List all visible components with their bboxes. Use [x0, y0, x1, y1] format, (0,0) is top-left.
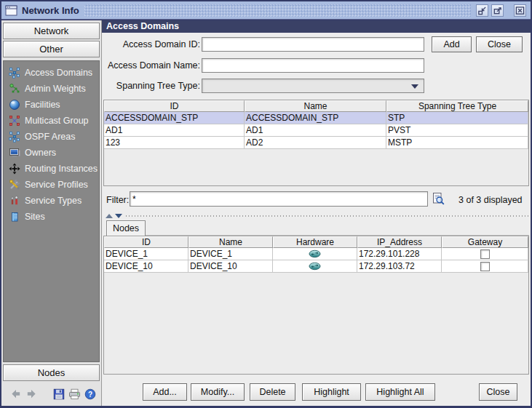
iconify-button[interactable]: [476, 4, 488, 17]
cell-id: AD1: [104, 124, 245, 137]
sidebar-item-access-domains[interactable]: Access Domains: [8, 65, 99, 81]
sidebar-item-owners[interactable]: Owners: [8, 145, 99, 161]
window-icon: [5, 5, 17, 16]
facilities-icon: [8, 99, 20, 111]
sidebar-item-label: OSPF Areas: [25, 132, 75, 142]
modify-button[interactable]: Modify...: [191, 383, 245, 401]
sidebar-item-label: Service Types: [25, 196, 82, 206]
cell-stp: PVST: [386, 124, 528, 137]
sidebar-item-label: Owners: [25, 148, 56, 158]
cell-id: 123: [104, 137, 245, 149]
main-panel: Access Domains Access Domain ID: Add Clo…: [102, 20, 531, 406]
cell-hardware: [273, 260, 357, 273]
column-header-hardware[interactable]: Hardware: [273, 236, 357, 248]
gateway-checkbox[interactable]: [480, 262, 490, 271]
sidebar-item-label: Sites: [25, 212, 45, 222]
split-divider[interactable]: [103, 212, 529, 220]
filter-input[interactable]: [130, 191, 428, 207]
sidebar-item-label: Facilities: [25, 100, 60, 110]
maximize-button[interactable]: [491, 4, 504, 17]
table-row[interactable]: DEVICE_1 DEVICE_1 172.29.101.228: [104, 248, 528, 260]
column-header-id[interactable]: ID: [104, 100, 245, 112]
column-header-gateway[interactable]: Gateway: [442, 236, 528, 248]
save-button[interactable]: [53, 388, 65, 400]
back-button[interactable]: [10, 388, 22, 400]
cell-name: DEVICE_10: [188, 260, 273, 273]
sidebar-item-routing-instances[interactable]: Routing Instances: [8, 161, 99, 177]
sidebar-toolbar: ?: [3, 382, 100, 406]
table-row[interactable]: DEVICE_10 DEVICE_10 172.29.103.72: [104, 260, 528, 273]
gateway-checkbox[interactable]: [480, 249, 490, 259]
filter-preview-button[interactable]: [432, 192, 445, 206]
cell-gateway: [442, 260, 528, 273]
titlebar[interactable]: Network Info: [1, 1, 531, 20]
highlight-button[interactable]: Highlight: [302, 383, 361, 401]
table-row[interactable]: AD1 AD1 PVST: [104, 124, 528, 137]
table-row[interactable]: ACCESSDOMAIN_STP ACCESSDOMAIN_STP STP: [104, 112, 528, 124]
sidebar-tab-other[interactable]: Other: [3, 41, 100, 57]
close-icon: [515, 6, 525, 15]
sidebar: Network Other Access Domains: [1, 20, 102, 406]
cell-hardware: [273, 248, 357, 260]
cell-id: ACCESSDOMAIN_STP: [104, 112, 245, 124]
window-content: Network Other Access Domains: [1, 20, 531, 406]
cell-id: DEVICE_1: [104, 248, 188, 260]
add-node-button[interactable]: Add...: [143, 383, 187, 401]
sidebar-item-label: Routing Instances: [25, 164, 98, 174]
column-header-name[interactable]: Name: [188, 236, 273, 248]
split-collapse-down-icon[interactable]: [115, 214, 122, 218]
cell-name: ACCESSDOMAIN_STP: [245, 112, 386, 124]
sidebar-item-ospf-areas[interactable]: OSPF Areas: [8, 129, 99, 145]
access-domain-id-input[interactable]: [202, 37, 424, 52]
svg-text:?: ?: [88, 390, 92, 398]
sidebar-item-admin-weights[interactable]: Admin Weights: [8, 81, 99, 97]
network-info-window: Network Info Network Other: [0, 0, 532, 408]
sidebar-item-label: Multicast Group: [25, 116, 89, 126]
add-button[interactable]: Add: [432, 36, 472, 52]
column-header-stp[interactable]: Spanning Tree Type: [386, 100, 528, 112]
split-collapse-up-icon[interactable]: [106, 214, 113, 218]
sidebar-item-label: Admin Weights: [25, 84, 86, 94]
cell-name: AD2: [245, 137, 386, 149]
forward-button[interactable]: [25, 388, 37, 400]
spanning-tree-type-dropdown[interactable]: [202, 79, 424, 93]
window-title: Network Info: [22, 5, 79, 16]
close-button[interactable]: Close: [479, 383, 517, 401]
access-domain-name-input[interactable]: [202, 58, 424, 73]
sidebar-item-service-types[interactable]: Service Types: [8, 193, 99, 209]
help-icon: ?: [84, 388, 96, 400]
admin-weights-icon: [8, 83, 20, 95]
spanning-tree-type-label: Spanning Tree Type:: [102, 81, 200, 91]
iconify-icon: [477, 6, 487, 15]
column-header-id[interactable]: ID: [104, 236, 188, 248]
tab-nodes[interactable]: Nodes: [106, 220, 146, 236]
sidebar-item-sites[interactable]: Sites: [8, 209, 99, 225]
close-window-button[interactable]: [514, 4, 526, 17]
access-domains-icon: [8, 67, 20, 79]
sidebar-tab-network[interactable]: Network: [3, 23, 100, 39]
panel-title: Access Domains: [102, 20, 531, 33]
ospf-areas-icon: [8, 131, 20, 143]
cell-ip-address: 172.29.101.228: [357, 248, 442, 260]
access-domain-name-label: Access Domain Name:: [102, 60, 200, 71]
cell-gateway: [442, 248, 528, 260]
sidebar-item-multicast-group[interactable]: Multicast Group: [8, 113, 99, 129]
column-header-ip-address[interactable]: IP_Address: [357, 236, 442, 248]
delete-button[interactable]: Delete: [250, 383, 295, 401]
routing-instances-icon: [8, 163, 20, 175]
cell-id: DEVICE_10: [104, 260, 188, 273]
filter-label: Filter:: [106, 195, 129, 205]
sidebar-item-service-profiles[interactable]: Service Profiles: [8, 177, 99, 193]
column-header-name[interactable]: Name: [245, 100, 386, 112]
search-icon: [432, 192, 445, 206]
domains-table: ID Name Spanning Tree Type ACCESSDOMAIN_…: [103, 100, 529, 186]
cell-name: AD1: [245, 124, 386, 137]
sidebar-tab-nodes[interactable]: Nodes: [3, 364, 100, 381]
domains-table-header: ID Name Spanning Tree Type: [104, 100, 528, 112]
help-button[interactable]: ?: [84, 388, 96, 400]
highlight-all-button[interactable]: Highlight All: [365, 383, 435, 401]
print-button[interactable]: [68, 388, 81, 400]
close-form-button[interactable]: Close: [476, 36, 523, 52]
table-row[interactable]: 123 AD2 MSTP: [104, 137, 528, 149]
sidebar-item-facilities[interactable]: Facilities: [8, 97, 99, 113]
